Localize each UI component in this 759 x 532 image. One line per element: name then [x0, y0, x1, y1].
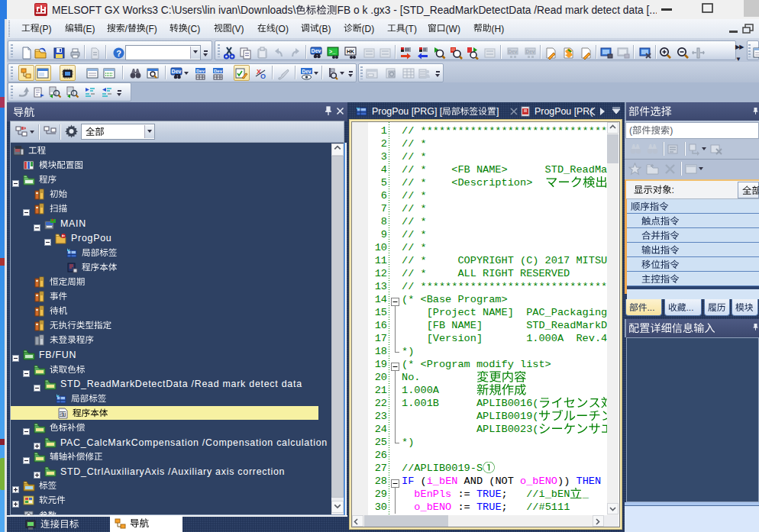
svg-text:O: O [260, 73, 266, 80]
svg-text:Dev: Dev [302, 69, 312, 74]
svg-text:Dev: Dev [172, 69, 182, 74]
svg-text:Dev: Dev [526, 49, 535, 54]
svg-text:HK: HK [347, 49, 354, 54]
svg-text:Dev: Dev [214, 69, 223, 73]
svg-text:Dev: Dev [196, 69, 205, 73]
svg-text:>_: >_ [329, 49, 336, 55]
svg-text:Dev: Dev [509, 49, 518, 54]
svg-text:?: ? [116, 49, 121, 58]
svg-text:ST: ST [60, 411, 66, 417]
svg-text:Dev: Dev [312, 48, 321, 53]
